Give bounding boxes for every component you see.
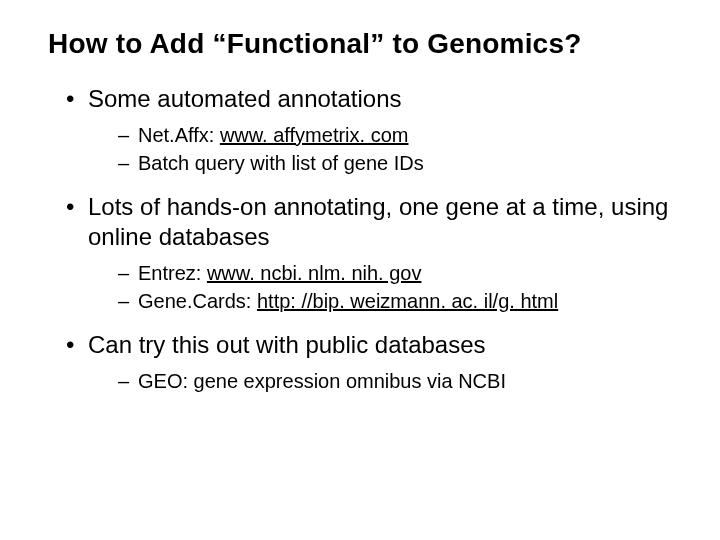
sub-prefix: Entrez: (138, 262, 207, 284)
sub-item: Batch query with list of gene IDs (118, 150, 672, 176)
bullet-text: Can try this out with public databases (88, 331, 486, 358)
link-affymetrix[interactable]: www. affymetrix. com (220, 124, 409, 146)
bullet-text: Some automated annotations (88, 85, 402, 112)
sub-list: GEO: gene expression omnibus via NCBI (88, 368, 672, 394)
bullet-item: Lots of hands-on annotating, one gene at… (66, 192, 672, 314)
sub-item: Net.Affx: www. affymetrix. com (118, 122, 672, 148)
bullet-text: Lots of hands-on annotating, one gene at… (88, 193, 668, 250)
link-genecards[interactable]: http: //bip. weizmann. ac. il/g. html (257, 290, 558, 312)
sub-item: Entrez: www. ncbi. nlm. nih. gov (118, 260, 672, 286)
slide-title: How to Add “Functional” to Genomics? (48, 28, 672, 60)
sub-list: Net.Affx: www. affymetrix. com Batch que… (88, 122, 672, 176)
sub-prefix: GEO: gene expression omnibus via NCBI (138, 370, 506, 392)
slide: How to Add “Functional” to Genomics? Som… (0, 0, 720, 430)
bullet-list: Some automated annotations Net.Affx: www… (48, 84, 672, 394)
bullet-item: Can try this out with public databases G… (66, 330, 672, 394)
sub-prefix: Net.Affx: (138, 124, 220, 146)
sub-list: Entrez: www. ncbi. nlm. nih. gov Gene.Ca… (88, 260, 672, 314)
link-ncbi[interactable]: www. ncbi. nlm. nih. gov (207, 262, 422, 284)
sub-prefix: Batch query with list of gene IDs (138, 152, 424, 174)
sub-item: GEO: gene expression omnibus via NCBI (118, 368, 672, 394)
sub-item: Gene.Cards: http: //bip. weizmann. ac. i… (118, 288, 672, 314)
bullet-item: Some automated annotations Net.Affx: www… (66, 84, 672, 176)
sub-prefix: Gene.Cards: (138, 290, 257, 312)
